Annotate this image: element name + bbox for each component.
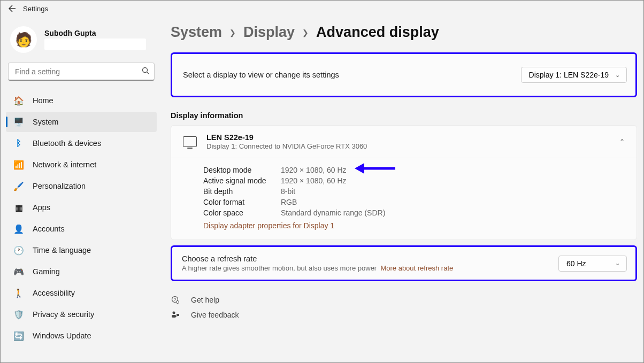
footer-label: Get help [191,296,219,304]
sidebar-item-home[interactable]: 🏠Home [6,90,157,111]
info-value: 1920 × 1080, 60 Hz [281,176,347,185]
nav-label: System [33,118,58,126]
info-value: RGB [281,198,297,206]
get-help-link[interactable]: ? Get help [171,295,637,305]
clock-icon: 🕐 [13,245,24,256]
user-name: Subodh Gupta [44,29,146,37]
display-selector-prompt: Select a display to view or change its s… [183,71,339,79]
more-about-refresh-link[interactable]: More about refresh rate [380,264,453,272]
person-icon: 👤 [13,223,24,234]
sidebar-item-gaming[interactable]: 🎮Gaming [6,261,157,282]
info-row-bit-depth: Bit depth8-bit [203,187,625,196]
update-icon: 🔄 [13,330,24,341]
svg-point-7 [173,312,175,314]
info-value: 1920 × 1080, 60 Hz [281,166,347,174]
info-label: Active signal mode [203,176,281,185]
breadcrumb-display[interactable]: Display [243,24,295,41]
nav-label: Gaming [33,267,60,276]
footer-label: Give feedback [191,311,239,319]
info-value: 8-bit [281,187,295,196]
nav-label: Time & language [33,246,91,254]
gamepad-icon: 🎮 [13,266,24,277]
apps-icon: ▦ [13,202,24,213]
help-icon: ? [171,295,180,305]
user-profile[interactable]: 🧑 Subodh Gupta [6,22,157,63]
info-label: Color space [203,208,281,217]
nav-label: Windows Update [33,331,91,340]
nav-label: Network & internet [33,160,96,169]
sidebar-item-windows-update[interactable]: 🔄Windows Update [6,326,157,346]
user-email-blank [44,38,146,50]
nav-label: Accounts [33,225,65,233]
svg-point-6 [177,301,179,304]
shield-icon: 🛡️ [13,309,24,320]
nav-label: Personalization [33,182,86,190]
sidebar: 🧑 Subodh Gupta 🏠Home 🖥️System ᛒBluetooth… [1,17,161,362]
refresh-rate-dropdown[interactable]: 60 Hz ⌄ [558,256,627,272]
sidebar-item-system[interactable]: 🖥️System [6,112,157,132]
system-icon: 🖥️ [13,117,24,127]
adapter-properties-link[interactable]: Display adapter properties for Display 1 [203,221,625,230]
avatar: 🧑 [10,26,37,53]
wifi-icon: 📶 [13,159,24,170]
display-selector-card: Select a display to view or change its s… [171,52,637,97]
monitor-icon [183,136,197,147]
footer-links: ? Get help Give feedback [171,295,637,320]
info-row-desktop-mode: Desktop mode1920 × 1080, 60 Hz [203,166,625,174]
display-information-heading: Display information [171,111,637,120]
refresh-rate-card: Choose a refresh rate A higher rate give… [171,245,637,281]
chevron-up-icon[interactable]: ⌃ [619,138,625,145]
info-row-active-signal: Active signal mode1920 × 1080, 60 Hz [203,176,625,185]
brush-icon: 🖌️ [13,181,24,191]
display-model: LEN S22e-19 [206,133,610,142]
app-title: Settings [23,5,48,13]
display-info-card: LEN S22e-19 Display 1: Connected to NVID… [171,125,637,240]
annotation-arrow-icon [355,161,396,175]
info-row-color-space: Color spaceStandard dynamic range (SDR) [203,208,625,217]
search-wrap [8,63,155,81]
give-feedback-link[interactable]: Give feedback [171,310,637,320]
content: System ❯ Display ❯ Advanced display Sele… [161,17,643,362]
nav-label: Privacy & security [33,310,94,319]
nav-list: 🏠Home 🖥️System ᛒBluetooth & devices 📶Net… [6,90,157,346]
chevron-right-icon: ❯ [229,28,236,37]
arrow-left-icon [7,4,16,13]
svg-line-3 [147,72,149,74]
nav-label: Apps [33,203,50,212]
info-value: Standard dynamic range (SDR) [281,208,385,217]
refresh-rate-value: 60 Hz [566,259,586,268]
search-icon [142,67,149,76]
display-selector-dropdown[interactable]: Display 1: LEN S22e-19 ⌄ [521,67,627,83]
sidebar-item-accessibility[interactable]: 🚶Accessibility [6,283,157,303]
info-label: Color format [203,198,281,206]
svg-text:?: ? [174,297,177,302]
svg-marker-1 [355,163,364,174]
nav-label: Accessibility [33,289,75,297]
display-info-body: Desktop mode1920 × 1080, 60 Hz Active si… [171,158,637,240]
display-info-header[interactable]: LEN S22e-19 Display 1: Connected to NVID… [171,126,637,158]
accessibility-icon: 🚶 [13,288,24,298]
svg-rect-8 [172,315,176,318]
sidebar-item-personalization[interactable]: 🖌️Personalization [6,176,157,196]
bluetooth-icon: ᛒ [13,138,24,149]
sidebar-item-time-language[interactable]: 🕐Time & language [6,240,157,260]
back-button[interactable] [5,2,18,15]
sidebar-item-privacy[interactable]: 🛡️Privacy & security [6,304,157,325]
breadcrumb: System ❯ Display ❯ Advanced display [171,24,637,41]
refresh-rate-title: Choose a refresh rate [182,254,558,263]
nav-label: Home [33,96,53,105]
refresh-rate-subtitle: A higher rate gives smoother motion, but… [182,264,558,272]
sidebar-item-apps[interactable]: ▦Apps [6,197,157,218]
display-connection: Display 1: Connected to NVIDIA GeForce R… [206,142,610,150]
sidebar-item-accounts[interactable]: 👤Accounts [6,219,157,239]
chevron-down-icon: ⌄ [615,260,620,267]
page-title: Advanced display [316,24,439,41]
sidebar-item-network[interactable]: 📶Network & internet [6,155,157,175]
titlebar: Settings [1,1,643,17]
search-input[interactable] [8,63,155,81]
display-selector-value: Display 1: LEN S22e-19 [529,71,609,79]
sidebar-item-bluetooth[interactable]: ᛒBluetooth & devices [6,133,157,153]
feedback-icon [171,310,180,320]
info-label: Bit depth [203,187,281,196]
breadcrumb-system[interactable]: System [171,24,222,41]
